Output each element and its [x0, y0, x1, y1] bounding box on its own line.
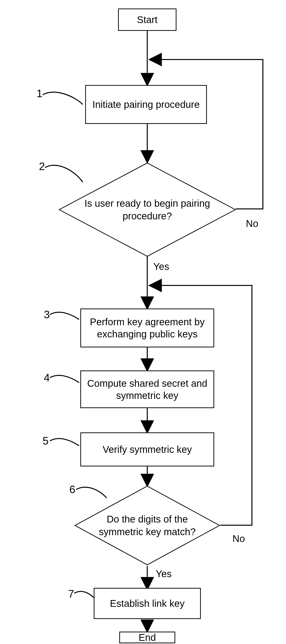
process-label: Verify symmetric key	[103, 443, 192, 456]
process-label: Establish link key	[110, 597, 185, 610]
edge-label-yes-n2: Yes	[153, 261, 169, 272]
process-compute-shared-secret: Compute shared secret and symmetric key	[80, 370, 214, 408]
end-node: End	[119, 632, 175, 643]
process-label: Perform key agreement by exchanging publ…	[85, 316, 210, 340]
leader-line-1	[41, 90, 85, 116]
leader-line-6	[75, 486, 109, 505]
process-initiate-pairing: Initiate pairing procedure	[85, 85, 207, 124]
edge-label-no-n2: No	[246, 218, 258, 229]
edge-label-yes-n6: Yes	[156, 568, 172, 580]
flowchart-canvas: Start Initiate pairing procedure 1 Is us…	[0, 0, 286, 644]
end-label: End	[138, 631, 156, 644]
node-number-6: 6	[69, 484, 75, 496]
leader-line-5	[49, 437, 82, 454]
process-verify-symmetric-key: Verify symmetric key	[80, 432, 214, 466]
start-label: Start	[137, 14, 158, 26]
leader-line-7	[73, 590, 96, 605]
leader-line-2	[44, 163, 85, 192]
leader-line-4	[49, 374, 82, 391]
edge-label-no-n6: No	[232, 533, 245, 544]
decision-label: Is user ready to begin pairing procedure…	[58, 197, 236, 222]
process-label: Compute shared secret and symmetric key	[85, 377, 210, 402]
process-label: Initiate pairing procedure	[92, 98, 200, 110]
node-number-5: 5	[43, 435, 48, 447]
decision-label: Do the digits of the symmetric key match…	[74, 513, 220, 538]
process-establish-link-key: Establish link key	[94, 588, 201, 619]
process-key-agreement: Perform key agreement by exchanging publ…	[80, 308, 214, 348]
start-node: Start	[118, 8, 177, 31]
leader-line-3	[49, 311, 82, 328]
